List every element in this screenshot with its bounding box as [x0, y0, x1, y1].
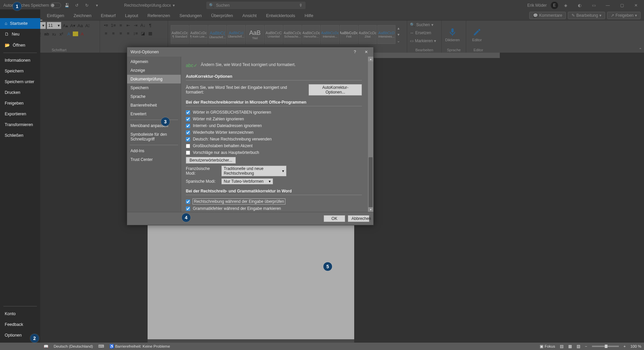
tab-hilfe[interactable]: Hilfe — [300, 11, 318, 20]
style-heading2[interactable]: AaBbCcIÜberschrif... — [227, 25, 245, 44]
indent-icon[interactable]: ⇥ — [132, 22, 139, 28]
cb-urls-ignore[interactable] — [186, 124, 190, 128]
style-intensives-zitat[interactable]: AaBbCcDIntensives... — [377, 25, 395, 44]
zoom-level[interactable]: 100 % — [630, 344, 641, 348]
strike-icon[interactable]: ab — [43, 31, 50, 37]
undo-icon[interactable]: ↺ — [72, 1, 81, 10]
cb-accent-caps[interactable] — [186, 144, 190, 148]
cb-main-dict-only[interactable] — [186, 151, 190, 155]
french-modes-combo[interactable]: Traditionelle und neue Rechtschreibung▾ — [221, 166, 286, 176]
view-web-icon[interactable]: ▧ — [577, 344, 580, 349]
cb-mark-grammar-typing[interactable] — [186, 207, 190, 211]
tab-einfuegen[interactable]: Einfügen — [42, 11, 69, 20]
editor-button[interactable]: Editor — [469, 23, 485, 46]
outdent-icon[interactable]: ⇤ — [125, 22, 131, 28]
autosave-toggle[interactable] — [50, 3, 61, 8]
view-read-icon[interactable]: ▦ — [568, 344, 572, 349]
nav-sprache[interactable]: Sprache — [127, 92, 181, 101]
style-intensiv[interactable]: AaBbCcDcIntensive... — [321, 25, 339, 44]
share-button[interactable]: ↗ Freigeben ▾ — [607, 12, 641, 19]
status-fokus[interactable]: ▣ Fokus — [540, 344, 555, 349]
align-left-icon[interactable]: ≡ — [103, 30, 109, 37]
replace-button[interactable]: ↔ Ersetzen — [410, 30, 431, 36]
styles-expand-icon[interactable]: ⌄ — [396, 38, 401, 44]
redo-icon[interactable]: ↻ — [83, 1, 91, 10]
change-case-icon[interactable]: Aa — [77, 22, 84, 29]
cb-repeated-words[interactable] — [186, 130, 190, 135]
scroll-down-icon[interactable]: ▾ — [368, 207, 373, 212]
file-drucken[interactable]: Drucken — [0, 87, 40, 98]
select-button[interactable]: ▭ Markieren ▾ — [410, 38, 436, 44]
spanish-modes-combo[interactable]: Nur Tuteo-Verbformen▾ — [221, 178, 273, 184]
custom-dictionaries-button[interactable]: Benutzerwörterbücher... — [186, 157, 236, 164]
nav-anzeige[interactable]: Anzeige — [127, 66, 181, 75]
cb-numbers-ignore[interactable] — [186, 117, 190, 121]
dictate-button[interactable]: Diktieren — [444, 23, 461, 46]
zoom-in-icon[interactable]: + — [624, 344, 626, 348]
scrollbar-thumb[interactable] — [369, 157, 373, 211]
page[interactable] — [148, 225, 354, 339]
multilevel-icon[interactable]: ≡ — [117, 22, 124, 28]
nav-menueband[interactable]: Menüband anpassen — [127, 121, 181, 130]
nav-trustcenter[interactable]: Trust Center — [127, 155, 181, 164]
subscript-icon[interactable]: x₂ — [51, 31, 57, 37]
cancel-button[interactable]: Abbrechen — [348, 215, 369, 222]
zoom-slider[interactable] — [592, 346, 619, 347]
bullets-icon[interactable]: •≡ — [103, 22, 109, 28]
zoom-out-icon[interactable]: − — [585, 344, 587, 348]
highlight-icon[interactable] — [73, 32, 78, 36]
collapse-ribbon-icon[interactable]: ⌃ — [639, 47, 642, 52]
style-untertitel[interactable]: AaBbCcCUntertitel — [265, 25, 283, 44]
close-icon[interactable]: ✕ — [629, 0, 643, 11]
cb-neue-rechtschreibung[interactable] — [186, 137, 190, 141]
avatar[interactable]: E — [551, 2, 558, 9]
styles-scroll-down-icon[interactable]: ▾ — [396, 32, 401, 38]
file-informationen[interactable]: Informationen — [0, 55, 40, 66]
styles-scroll-up-icon[interactable]: ▴ — [396, 25, 401, 32]
tab-zeichnen[interactable]: Zeichnen — [69, 11, 96, 20]
borders-icon[interactable]: ▦ — [147, 30, 154, 37]
mic-icon[interactable]: 🎙 — [299, 3, 303, 8]
dialog-close-icon[interactable]: ✕ — [361, 47, 372, 57]
superscript-icon[interactable]: x² — [58, 31, 65, 37]
style-hervorhebung[interactable]: AaBbCcDcHervorhe... — [302, 25, 320, 44]
nav-dokumentpruefung[interactable]: Dokumentprüfung — [127, 75, 181, 83]
font-color-icon[interactable]: A — [79, 31, 86, 37]
scroll-up-icon[interactable]: ▴ — [368, 57, 373, 61]
status-book-icon[interactable]: 📖 — [44, 344, 48, 349]
dialog-scrollbar[interactable]: ▴ ▾ — [368, 57, 373, 212]
save-icon[interactable]: 💾 — [62, 1, 71, 10]
status-predict-icon[interactable]: ⌨ — [98, 344, 104, 349]
dialog-help-icon[interactable]: ? — [349, 47, 361, 57]
line-spacing-icon[interactable]: ↕≡ — [132, 30, 139, 37]
qat-customize-icon[interactable]: ▾ — [93, 1, 101, 10]
ok-button[interactable]: OK — [324, 215, 345, 222]
nav-barrierefreiheit[interactable]: Barrierefreiheit — [127, 101, 181, 110]
doc-dropdown-icon[interactable]: ▾ — [173, 3, 175, 8]
style-fett[interactable]: AaBbCcDcFett — [340, 25, 358, 44]
file-neu[interactable]: 🗋Neu — [0, 29, 40, 40]
minimize-icon[interactable]: — — [601, 0, 614, 11]
coming-soon-icon[interactable]: ◐ — [573, 0, 586, 11]
sort-icon[interactable]: A↓ — [140, 22, 146, 28]
file-konto[interactable]: Konto — [0, 308, 40, 319]
nav-speichern[interactable]: Speichern — [127, 83, 181, 92]
tab-ueberpruefen[interactable]: Überprüfen — [207, 11, 238, 20]
grow-font-icon[interactable]: A▴ — [62, 22, 69, 29]
status-accessibility[interactable]: ♿ Barrierefreiheit: Keine Probleme — [109, 344, 170, 349]
file-speichern[interactable]: Speichern — [0, 66, 40, 76]
cb-check-spelling-typing[interactable] — [186, 199, 190, 204]
numbering-icon[interactable]: 1≡ — [110, 22, 117, 28]
diamond-icon[interactable]: ◈ — [559, 0, 572, 11]
status-language[interactable]: Deutsch (Deutschland) — [54, 344, 93, 348]
nav-schnellzugriff[interactable]: Symbolleiste für den Schnellzugriff — [127, 130, 181, 143]
styles-gallery[interactable]: AaBbCcDc¶ Standard AaBbCcDc¶ Kein Lee...… — [171, 25, 401, 44]
file-schliessen[interactable]: Schließen — [0, 130, 40, 141]
clear-format-icon[interactable]: A⃠ — [84, 22, 91, 29]
file-freigeben[interactable]: Freigeben — [0, 98, 40, 109]
tab-referenzen[interactable]: Referenzen — [143, 11, 175, 20]
window-icon[interactable]: ▭ — [587, 0, 600, 11]
user-name[interactable]: Erik Möder — [524, 3, 550, 8]
style-zitat[interactable]: AaBbCcDcZitat — [359, 25, 377, 44]
nav-erweitert[interactable]: Erweitert — [127, 110, 181, 118]
